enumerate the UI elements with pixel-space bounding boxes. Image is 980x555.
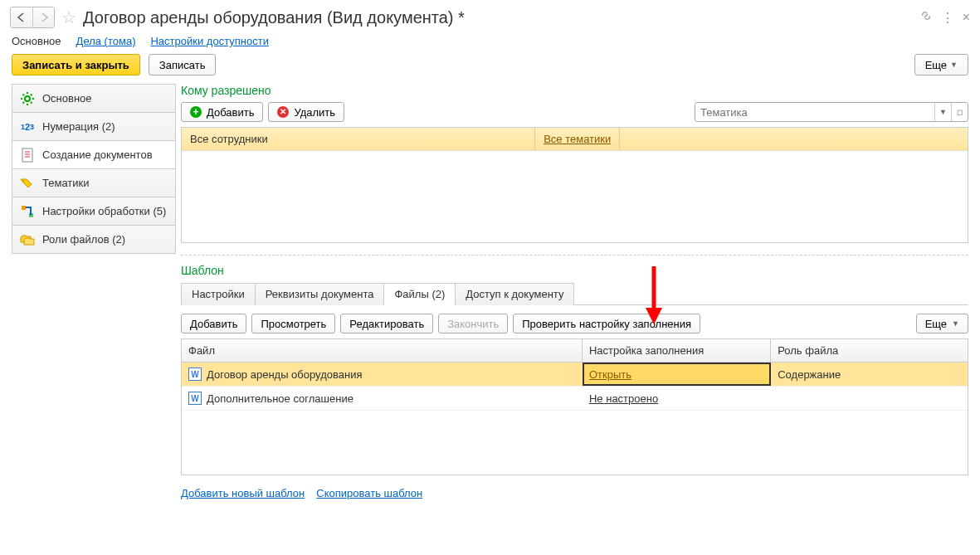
sidebar-item-numbering[interactable]: 123 Нумерация (2) (12, 112, 176, 141)
sidebar-item-label: Настройки обработки (5) (42, 205, 166, 217)
svg-rect-3 (22, 206, 26, 210)
nav-back-button[interactable] (11, 7, 32, 27)
col-fill[interactable]: Настройка заполнения (583, 339, 771, 362)
file-role: Содержание (771, 363, 968, 386)
processing-icon (19, 203, 36, 220)
more-button[interactable]: Еще (914, 54, 968, 75)
svg-rect-1 (22, 148, 32, 162)
dropdown-icon[interactable]: ▼ (934, 103, 951, 121)
sidebar-item-topics[interactable]: Тематики (12, 168, 176, 197)
page-title: Договор аренды оборудования (Вид докумен… (83, 8, 913, 27)
sidebar-item-label: Тематики (42, 177, 90, 189)
top-tab-main[interactable]: Основное (12, 35, 61, 47)
col-file[interactable]: Файл (182, 339, 583, 362)
gear-icon (19, 90, 36, 107)
close-icon[interactable]: × (963, 10, 970, 25)
add-template-link[interactable]: Добавить новый шаблон (181, 487, 305, 499)
document-icon (19, 147, 36, 163)
separator (181, 255, 968, 256)
allowed-table: Все сотрудники Все тематики (181, 127, 968, 243)
more-icon[interactable]: ⋮ (941, 10, 954, 26)
sidebar-item-main[interactable]: Основное (12, 84, 176, 113)
files-table: Файл Настройка заполнения Роль файла W Д… (181, 338, 968, 475)
folders-icon (19, 231, 36, 248)
allowed-section-title: Кому разрешено (181, 84, 968, 97)
topic-select[interactable]: ▼ ◻ (695, 102, 968, 122)
sidebar-item-label: Создание документов (42, 148, 153, 161)
numbering-icon: 123 (19, 119, 36, 135)
plus-icon: + (190, 106, 202, 118)
allowed-col-topics[interactable]: Все тематики (535, 128, 620, 150)
tab-attrs[interactable]: Реквизиты документа (255, 283, 385, 305)
files-view-button[interactable]: Просмотреть (251, 314, 335, 333)
sidebar-item-create-docs[interactable]: Создание документов (12, 140, 176, 169)
word-icon: W (188, 392, 202, 405)
files-edit-button[interactable]: Редактировать (340, 314, 433, 333)
col-role[interactable]: Роль файла (771, 339, 968, 362)
sidebar-item-label: Основное (42, 92, 92, 105)
table-row[interactable]: W Договор аренды оборудования Открыть Со… (182, 363, 968, 387)
file-role (771, 387, 968, 410)
sidebar-item-label: Нумерация (2) (42, 120, 115, 133)
file-name: Дополнительное соглашение (207, 392, 353, 405)
sidebar-item-label: Роли файлов (2) (42, 233, 125, 246)
allowed-delete-button[interactable]: ✕ Удалить (268, 102, 344, 122)
topic-input[interactable] (695, 106, 934, 119)
sidebar-item-processing[interactable]: Настройки обработки (5) (12, 197, 176, 226)
tab-files[interactable]: Файлы (2) (383, 283, 456, 305)
sidebar-item-file-roles[interactable]: Роли файлов (2) (12, 225, 176, 254)
favorite-icon[interactable]: ☆ (61, 7, 76, 27)
svg-point-2 (22, 180, 24, 182)
save-button[interactable]: Записать (149, 54, 217, 75)
nav-forward-button[interactable] (32, 7, 54, 27)
files-add-button[interactable]: Добавить (181, 314, 246, 333)
file-name: Договор аренды оборудования (207, 368, 362, 381)
save-close-button[interactable]: Записать и закрыть (12, 54, 140, 75)
top-tab-cases[interactable]: Дела (тома) (76, 35, 136, 47)
template-section-title: Шаблон (181, 264, 968, 277)
word-icon: W (188, 368, 202, 381)
top-tab-access[interactable]: Настройки доступности (150, 35, 268, 47)
files-check-button[interactable]: Проверить настройку заполнения (513, 314, 700, 333)
fill-link[interactable]: Не настроено (589, 392, 658, 405)
files-finish-button: Закончить (438, 314, 508, 333)
table-row[interactable]: W Дополнительное соглашение Не настроено (182, 387, 968, 411)
copy-template-link[interactable]: Скопировать шаблон (316, 487, 422, 499)
fill-link[interactable]: Открыть (589, 368, 631, 381)
allowed-add-button[interactable]: + Добавить (181, 102, 263, 122)
delete-icon: ✕ (277, 106, 289, 118)
files-more-button[interactable]: Еще (916, 314, 968, 333)
tab-access[interactable]: Доступ к документу (455, 283, 574, 305)
svg-point-0 (25, 96, 30, 101)
tags-icon (19, 175, 36, 192)
link-icon[interactable] (919, 9, 933, 26)
tab-settings[interactable]: Настройки (181, 283, 256, 305)
allowed-col-employees[interactable]: Все сотрудники (182, 128, 535, 150)
open-icon[interactable]: ◻ (951, 103, 968, 121)
